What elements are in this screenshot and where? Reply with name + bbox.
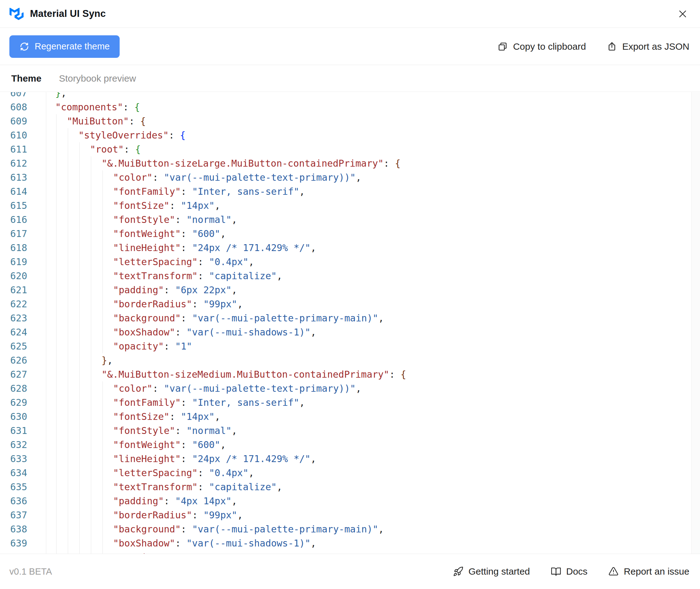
- line-number: 626: [0, 353, 27, 367]
- regenerate-theme-button[interactable]: Regenerate theme: [9, 35, 120, 58]
- code-line: 619"letterSpacing": "0.4px",: [0, 255, 691, 269]
- material-ui-sync-panel: { "header": { "title": "Material UI Sync…: [0, 0, 700, 589]
- line-number: 640: [0, 550, 27, 554]
- code-line: 627"&.MuiButton-sizeMedium.MuiButton-con…: [0, 367, 691, 381]
- indent-guide: [68, 227, 68, 241]
- indent-guide: [102, 410, 103, 424]
- indent-guide: [68, 367, 68, 381]
- app-title: Material UI Sync: [30, 8, 106, 19]
- indent-guide: [68, 424, 68, 438]
- export-as-json-button[interactable]: Export as JSON: [607, 41, 689, 52]
- line-number: 622: [0, 297, 27, 311]
- indent-guide: [91, 381, 91, 395]
- theme-json-editor[interactable]: 607},608"components": {609"MuiButton": {…: [0, 92, 700, 554]
- code-line: 629"fontFamily": "Inter, sans-serif",: [0, 395, 691, 410]
- indent-guide: [91, 339, 91, 353]
- tab-bar: Theme Storybook preview: [0, 65, 700, 92]
- report-an-issue-link[interactable]: Report an issue: [608, 566, 689, 577]
- line-number: 639: [0, 536, 27, 550]
- indent-guide: [102, 255, 103, 269]
- indent-guide: [79, 508, 80, 522]
- indent-guide: [79, 297, 80, 311]
- copy-to-clipboard-button[interactable]: Copy to clipboard: [497, 41, 586, 52]
- indent-guide: [91, 395, 91, 410]
- gutter-divider: [46, 92, 46, 554]
- indent-guide: [91, 255, 91, 269]
- indent-guide: [79, 339, 80, 353]
- docs-link[interactable]: Docs: [551, 566, 588, 577]
- code-line: 614"fontFamily": "Inter, sans-serif",: [0, 184, 691, 199]
- indent-guide: [102, 199, 103, 213]
- docs-label: Docs: [566, 566, 588, 577]
- indent-guide: [102, 213, 103, 227]
- line-number: 620: [0, 269, 27, 283]
- tab-theme[interactable]: Theme: [11, 73, 42, 84]
- indent-guide: [68, 184, 68, 199]
- indent-guide: [102, 550, 103, 554]
- code-line: 608"components": {: [0, 100, 691, 114]
- indent-guide: [102, 480, 103, 494]
- line-number: 610: [0, 128, 27, 142]
- report-an-issue-label: Report an issue: [624, 566, 689, 577]
- indent-guide: [68, 452, 68, 466]
- line-number: 635: [0, 480, 27, 494]
- code-line: 628"color": "var(--mui-palette-text-prim…: [0, 381, 691, 395]
- indent-guide: [91, 480, 91, 494]
- line-number: 621: [0, 283, 27, 297]
- indent-guide: [79, 522, 80, 536]
- line-number: 627: [0, 367, 27, 381]
- footer-links: Getting started Docs Report an issue: [453, 566, 689, 577]
- line-number: 634: [0, 466, 27, 480]
- code-line: 635"textTransform": "capitalize",: [0, 480, 691, 494]
- indent-guide: [102, 452, 103, 466]
- indent-guide: [91, 227, 91, 241]
- indent-guide: [68, 381, 68, 395]
- indent-guide: [68, 339, 68, 353]
- indent-guide: [102, 438, 103, 452]
- warning-icon: [608, 566, 619, 577]
- line-number: 638: [0, 522, 27, 536]
- indent-guide: [79, 452, 80, 466]
- indent-guide: [91, 367, 91, 381]
- indent-guide: [79, 424, 80, 438]
- indent-guide: [91, 199, 91, 213]
- line-number: 636: [0, 494, 27, 508]
- indent-guide: [79, 367, 80, 381]
- toolbar: Regenerate theme Copy to clipboard Expor…: [0, 28, 700, 65]
- close-button[interactable]: [676, 7, 689, 21]
- regenerate-theme-label: Regenerate theme: [35, 41, 110, 51]
- indent-guide: [68, 156, 68, 170]
- line-number: 628: [0, 381, 27, 395]
- code-line: 611"root": {: [0, 142, 691, 156]
- code-line: 617"fontWeight": "600",: [0, 227, 691, 241]
- indent-guide: [91, 241, 91, 255]
- indent-guide: [91, 325, 91, 339]
- indent-guide: [91, 170, 91, 184]
- line-number: 631: [0, 424, 27, 438]
- line-number: 637: [0, 508, 27, 522]
- indent-guide: [91, 536, 91, 550]
- footer: v0.1 BETA Getting started Docs: [0, 554, 700, 589]
- getting-started-link[interactable]: Getting started: [453, 566, 530, 577]
- indent-guide: [91, 269, 91, 283]
- indent-guide: [79, 325, 80, 339]
- indent-guide: [68, 480, 68, 494]
- indent-guide: [102, 424, 103, 438]
- line-number: 616: [0, 213, 27, 227]
- indent-guide: [102, 283, 103, 297]
- line-number: 619: [0, 255, 27, 269]
- code-line: 632"fontWeight": "600",: [0, 438, 691, 452]
- export-as-json-label: Export as JSON: [622, 41, 689, 52]
- indent-guide: [79, 381, 80, 395]
- indent-guide: [68, 269, 68, 283]
- indent-guide: [79, 227, 80, 241]
- indent-guide: [91, 550, 91, 554]
- vertical-scrollbar[interactable]: [691, 92, 700, 554]
- indent-guide: [79, 480, 80, 494]
- indent-guide: [68, 508, 68, 522]
- indent-guide: [102, 241, 103, 255]
- tab-storybook-preview[interactable]: Storybook preview: [59, 73, 136, 84]
- code-line: 625"opacity": "1": [0, 339, 691, 353]
- indent-guide: [91, 438, 91, 452]
- indent-guide: [79, 199, 80, 213]
